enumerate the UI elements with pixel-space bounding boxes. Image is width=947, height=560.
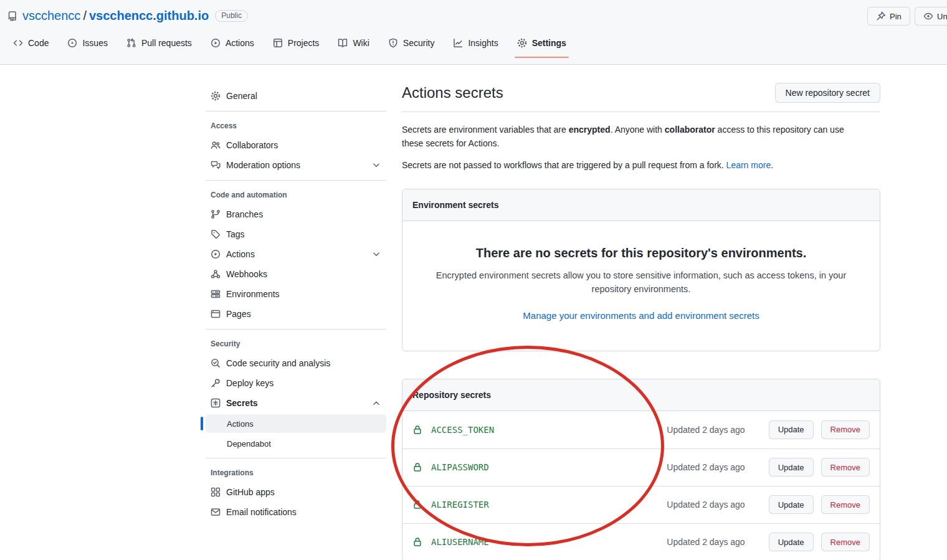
sidebar-item-label: General: [226, 91, 257, 101]
sidebar-item-moderation-options[interactable]: Moderation options: [206, 155, 386, 175]
intro-text-part: . Anyone with: [611, 125, 665, 135]
sidebar-item-webhooks[interactable]: Webhooks: [206, 264, 386, 284]
sidebar-item-environments[interactable]: Environments: [206, 284, 386, 304]
learn-more-link[interactable]: Learn more: [726, 160, 771, 170]
codescan-icon: [211, 358, 221, 368]
sidebar-item-tags[interactable]: Tags: [206, 224, 386, 244]
chevron-down-icon: [371, 160, 381, 170]
secret-name: ALIUSERNAME: [431, 537, 489, 547]
repository-secrets-box: Repository secrets ACCESS_TOKEN Updated …: [402, 379, 880, 560]
blankslate-description: Encrypted environment secrets allow you …: [429, 269, 853, 297]
sidebar-section-title-integrations: Integrations: [206, 463, 386, 482]
tab-label: Code: [28, 38, 49, 48]
graph-icon: [453, 38, 463, 48]
sidebar-item-code-security[interactable]: Code security and analysis: [206, 353, 386, 373]
pin-label: Pin: [890, 12, 902, 21]
tab-label: Actions: [226, 38, 254, 48]
play-icon: [211, 249, 221, 259]
sidebar-section-title-access: Access: [206, 116, 386, 135]
environment-secrets-header: Environment secrets: [402, 189, 880, 221]
repo-owner-link[interactable]: vscchencc: [22, 9, 80, 22]
manage-environments-link[interactable]: Manage your environments and add environ…: [523, 310, 759, 321]
key-icon: [211, 378, 221, 388]
sidebar-item-github-apps[interactable]: GitHub apps: [206, 482, 386, 502]
intro-paragraph-2: Secrets are not passed to workflows that…: [402, 159, 866, 173]
tab-label: Projects: [288, 38, 320, 48]
repository-secrets-header: Repository secrets: [402, 379, 880, 411]
remove-secret-button[interactable]: Remove: [821, 420, 870, 439]
sidebar-item-label: Secrets: [226, 398, 258, 408]
mail-icon: [211, 507, 221, 517]
intro-bold-collaborator: collaborator: [665, 125, 715, 135]
sidebar-section-title-code-automation: Code and automation: [206, 186, 386, 204]
remove-secret-button[interactable]: Remove: [821, 495, 870, 514]
sidebar-item-actions[interactable]: Actions: [206, 244, 386, 264]
tab-code[interactable]: Code: [8, 27, 54, 58]
sidebar-subitem-secrets-dependabot[interactable]: Dependabot: [206, 434, 386, 453]
sidebar-item-label: Email notifications: [226, 507, 297, 517]
update-secret-button[interactable]: Update: [769, 458, 814, 477]
tab-label: Security: [403, 38, 435, 48]
sidebar-item-branches[interactable]: Branches: [206, 204, 386, 224]
lock-icon: [412, 425, 422, 435]
shield-icon: [388, 38, 398, 48]
tab-insights[interactable]: Insights: [448, 27, 503, 58]
key-asterisk-icon: [211, 398, 221, 408]
sidebar-subitem-label: Dependabot: [227, 439, 271, 448]
sidebar-item-email-notifications[interactable]: Email notifications: [206, 502, 386, 522]
sidebar-subitem-secrets-actions[interactable]: Actions: [206, 414, 386, 433]
apps-icon: [211, 487, 221, 497]
secret-name: ALIREGISTER: [431, 500, 489, 510]
chevron-up-icon: [371, 398, 381, 408]
chevron-down-icon: [371, 249, 381, 259]
tab-wiki[interactable]: Wiki: [333, 27, 374, 58]
server-icon: [211, 289, 221, 299]
gear-icon: [211, 91, 221, 101]
update-secret-button[interactable]: Update: [769, 533, 814, 551]
intro-text: Secrets are environment variables that a…: [402, 123, 866, 173]
sidebar-item-collaborators[interactable]: Collaborators: [206, 135, 386, 155]
sidebar-item-label: Pages: [226, 309, 251, 319]
remove-secret-button[interactable]: Remove: [821, 458, 870, 477]
divider: [206, 111, 386, 112]
environment-secrets-box: Environment secrets There are no secrets…: [402, 189, 880, 351]
intro-paragraph-1: Secrets are environment variables that a…: [402, 123, 866, 150]
visibility-badge: Public: [215, 10, 248, 22]
sidebar-item-pages[interactable]: Pages: [206, 304, 386, 324]
lock-icon: [412, 537, 422, 547]
new-repository-secret-button[interactable]: New repository secret: [775, 83, 880, 103]
sidebar-item-label: Moderation options: [226, 160, 300, 170]
remove-secret-button[interactable]: Remove: [821, 533, 870, 551]
sidebar-subitem-label: Actions: [227, 419, 254, 429]
repo-name-link[interactable]: vscchencc.github.io: [89, 9, 209, 22]
tab-pull-requests[interactable]: Pull requests: [121, 27, 197, 58]
tab-projects[interactable]: Projects: [268, 27, 325, 58]
git-pull-request-icon: [126, 38, 136, 48]
tab-security[interactable]: Security: [383, 27, 440, 58]
repo-icon: [7, 11, 17, 21]
pin-button[interactable]: Pin: [867, 7, 910, 26]
unwatch-button[interactable]: Unwatch: [915, 7, 947, 26]
tag-icon: [211, 229, 221, 239]
tab-settings[interactable]: Settings: [512, 27, 571, 58]
sidebar-item-deploy-keys[interactable]: Deploy keys: [206, 373, 386, 393]
secret-updated: Updated 2 days ago: [667, 500, 745, 510]
sidebar-section-title-security: Security: [206, 335, 386, 353]
repo-tab-nav: Code Issues Pull requests Actions Projec…: [0, 27, 947, 58]
browser-icon: [211, 309, 221, 319]
page-title: Actions secrets: [402, 84, 503, 102]
tab-issues[interactable]: Issues: [62, 27, 112, 58]
update-secret-button[interactable]: Update: [769, 420, 814, 439]
update-secret-button[interactable]: Update: [769, 495, 814, 514]
sidebar-item-general[interactable]: General: [206, 86, 386, 106]
eye-icon: [923, 11, 933, 21]
secret-updated: Updated 2 days ago: [667, 537, 745, 547]
intro-text-part: Secrets are not passed to workflows that…: [402, 160, 726, 170]
gear-icon: [517, 38, 527, 48]
issue-opened-icon: [67, 38, 77, 48]
sidebar-item-secrets[interactable]: Secrets: [206, 393, 386, 413]
sidebar-item-label: Tags: [226, 229, 245, 239]
tab-actions[interactable]: Actions: [206, 27, 259, 58]
environment-secrets-blankslate: There are no secrets for this repository…: [402, 221, 880, 351]
sidebar-item-label: Webhooks: [226, 269, 267, 279]
